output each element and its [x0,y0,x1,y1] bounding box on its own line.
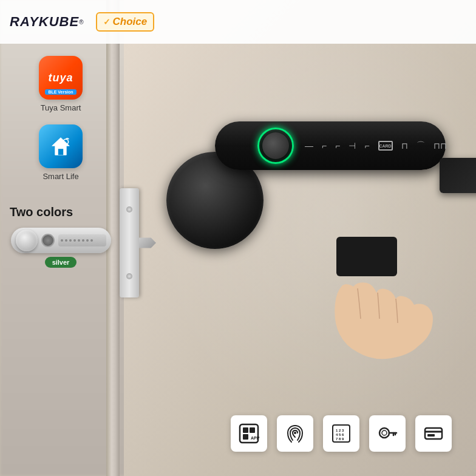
svg-text:APP: APP [251,436,260,440]
left-panel: tuya BLE Version Tuya Smart Smart Life T… [0,44,121,476]
choice-badge: ✓ Choice [96,12,155,32]
svg-rect-1 [336,237,397,276]
silver-lock-container: silver [10,228,112,268]
silver-knob [16,229,38,251]
tuya-label: Tuya Smart [41,103,81,112]
door-latch [120,188,156,298]
card-symbol-icon: CARD [378,141,393,151]
main-lock: — ⌐ ⌐ ⊣ ⌐ CARD ⊓ ⌒ ⊓⊓ [215,121,446,170]
latch-screw-bottom [126,273,132,279]
silver-dots [61,239,93,242]
svg-rect-17 [425,428,442,439]
smart-life-icon [39,124,83,168]
lock-handle: — ⌐ ⌐ ⊣ ⌐ CARD ⊓ ⌒ ⊓⊓ [215,121,446,170]
latch-screw-top [126,206,132,212]
fingerprint-sensor [262,132,289,159]
symbol-6-icon: ⌒ [416,140,425,151]
svg-text:1 2 3: 1 2 3 [336,429,344,432]
silver-body [58,234,106,246]
svg-rect-4 [250,427,255,433]
silver-lock [11,228,111,253]
tuya-icon: tuya BLE Version [39,56,83,100]
keypad-icon: 1 2 3 4 5 6 7 8 9 [330,422,353,445]
smart-life-block: Smart Life [10,124,112,181]
silver-sensor [41,234,55,247]
tuya-logo-text: tuya [48,72,73,84]
smart-life-label: Smart Life [42,172,78,181]
brand-logo: RAYKUBE® [10,14,84,30]
svg-text:7 8 9: 7 8 9 [336,437,344,441]
svg-rect-3 [243,427,248,433]
fingerprint-ring [257,127,294,164]
header-bar: RAYKUBE® ✓ Choice [0,0,476,44]
symbol-7-icon: ⊓⊓ [433,141,447,151]
app-icon: APP [237,422,260,445]
tuya-block: tuya BLE Version Tuya Smart [10,56,112,112]
latch-bolt [139,234,156,251]
choice-check-icon: ✓ [103,17,110,27]
key-icon [376,422,399,445]
fingerprint-icon [284,422,307,445]
svg-point-7 [294,432,296,434]
symbol-4-icon: ⌐ [364,141,369,151]
hand-svg [324,225,458,370]
handle-icons-row: — ⌐ ⌐ ⊣ ⌐ CARD ⊓ ⌒ ⊓⊓ [305,140,447,151]
brand-reg: ® [79,19,83,25]
symbol-2-icon: ⌐ [335,141,340,151]
svg-text:4 5 6: 4 5 6 [336,433,344,437]
symbol-5-icon: ⊓ [401,141,408,151]
symbol-3-icon: ⊣ [348,141,356,151]
svg-point-13 [382,430,387,435]
key-icon-box [369,415,406,452]
card-icon-box [415,415,452,452]
key-card [440,158,476,193]
bottom-icons-strip: APP 1 2 3 4 5 6 7 8 9 [231,415,452,452]
brand-name: RAYKUBE [10,14,79,30]
hand-card-group [324,225,458,370]
two-colors-title: Two colors [10,205,112,219]
colors-section: Two colors [10,205,112,268]
app-icon-box: APP [231,415,267,452]
keypad-icon-box: 1 2 3 4 5 6 7 8 9 [323,415,359,452]
house-icon [48,134,73,159]
silver-badge: silver [45,257,77,268]
svg-rect-5 [243,434,248,440]
svg-rect-19 [427,434,435,437]
card-access-icon [422,422,445,445]
product-scene: RAYKUBE® ✓ Choice tuya BLE Version Tuya … [0,0,476,476]
tuya-ble-badge: BLE Version [45,89,76,95]
symbol-1-icon: ⌐ [322,141,327,151]
fingerprint-icon-box [277,415,313,452]
dash-icon: — [305,141,313,151]
svg-point-12 [379,428,389,438]
choice-label: Choice [113,16,148,28]
latch-plate [120,188,139,298]
